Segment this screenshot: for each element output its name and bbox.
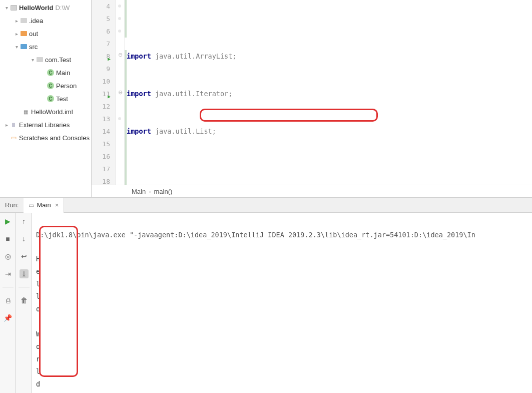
scratch-icon: ▭ (10, 134, 17, 141)
code-text: java.util.ArrayList; (151, 52, 237, 60)
console-line: o (36, 342, 528, 355)
scroll-down-button[interactable]: ↓ (20, 234, 29, 243)
tree-ext-lib[interactable]: ▸⫼External Libraries (0, 118, 91, 131)
highlight-box-for-loop (200, 109, 378, 122)
tree-project-path: D:\W (55, 4, 70, 12)
rerun-button[interactable]: ▶ (4, 217, 13, 226)
console-line: H (36, 255, 528, 267)
separator (19, 287, 30, 287)
run-tab-main[interactable]: ▭ Main × (24, 198, 64, 213)
console-line: r (36, 355, 528, 367)
console-line: l (36, 367, 528, 380)
separator (3, 287, 14, 287)
folder-icon (20, 30, 27, 37)
print-button[interactable]: ⎙ (4, 296, 13, 305)
breadcrumb[interactable]: Main › main() (92, 185, 532, 197)
tree-scratches[interactable]: ▭Scratches and Consoles (0, 131, 91, 144)
tree-project[interactable]: ▾HelloWorldD:\W (0, 1, 91, 14)
console-line: l (36, 280, 528, 292)
project-icon (10, 4, 17, 11)
tree-package[interactable]: ▾com.Test (0, 53, 91, 66)
breadcrumb-method[interactable]: main() (154, 188, 173, 195)
run-toolbar-left: ▶ ■ ◎ ⇥ ⎙ 📌 (0, 213, 16, 393)
tree-main-label: Main (56, 69, 70, 77)
console-line: o (36, 305, 528, 317)
tree-class-test[interactable]: CTest (0, 92, 91, 105)
snapshot-button[interactable]: ◎ (4, 252, 13, 261)
tree-ext-lib-label: External Libraries (19, 121, 70, 129)
class-icon: C (47, 82, 54, 89)
tree-class-main[interactable]: CMain (0, 66, 91, 79)
tree-iml[interactable]: ▦HelloWorld.iml (0, 105, 91, 118)
tree-out[interactable]: ▸out (0, 27, 91, 40)
pin-button[interactable]: 📌 (4, 313, 13, 322)
soft-wrap-button[interactable]: ↩ (20, 252, 29, 261)
tree-test-label: Test (56, 95, 68, 103)
highlight-box-output (39, 226, 78, 377)
console-line: e (36, 267, 528, 280)
breadcrumb-class[interactable]: Main (132, 188, 146, 195)
kw-import: import (127, 52, 151, 60)
close-icon[interactable]: × (55, 201, 59, 209)
tree-src[interactable]: ▾src (0, 40, 91, 53)
tree-class-person[interactable]: CPerson (0, 79, 91, 92)
run-tabbar: Run: ▭ Main × (0, 198, 532, 213)
tree-project-label: HelloWorld (19, 4, 53, 12)
tree-idea[interactable]: ▸.idea (0, 14, 91, 27)
trash-button[interactable]: 🗑 (20, 296, 29, 305)
tree-src-label: src (29, 43, 38, 51)
tree-scratches-label: Scratches and Consoles (19, 134, 90, 142)
tree-idea-label: .idea (29, 17, 43, 25)
tree-person-label: Person (56, 82, 77, 90)
code-editor[interactable]: 4567 8▶ 910 11▶ 12131415 161718 ⊖ ⊖ impo… (92, 0, 532, 185)
kw-import: import (127, 90, 151, 98)
run-label: Run: (0, 201, 24, 209)
run-tab-label: Main (37, 201, 51, 209)
run-toolbar-console: ↑ ↓ ↩ ⤓ 🗑 (16, 213, 32, 393)
tree-out-label: out (29, 30, 38, 38)
app-icon: ▭ (29, 202, 34, 209)
package-icon (36, 56, 43, 63)
console-line (36, 317, 528, 330)
code-text: java.util.Iterator; (151, 90, 233, 98)
project-tree[interactable]: ▾HelloWorldD:\W ▸.idea ▸out ▾src ▾com.Te… (0, 0, 92, 197)
iml-icon: ▦ (22, 108, 29, 115)
console-line: W (36, 330, 528, 342)
breadcrumb-sep: › (149, 188, 151, 195)
scroll-to-end-button[interactable]: ⤓ (20, 269, 29, 278)
console-line: d (36, 380, 528, 392)
console-line: l (36, 292, 528, 305)
console-output[interactable]: D:\jdk1.8\bin\java.exe "-javaagent:D:\id… (32, 213, 532, 393)
kw-import: import (127, 127, 151, 135)
line-gutter: 4567 8▶ 910 11▶ 12131415 161718 (92, 0, 116, 185)
fold-gutter[interactable]: ⊖ ⊖ (116, 0, 125, 185)
console-command: D:\jdk1.8\bin\java.exe "-javaagent:D:\id… (36, 231, 528, 239)
folder-icon (20, 17, 27, 24)
exit-button[interactable]: ⇥ (4, 269, 13, 278)
class-icon: C (47, 95, 54, 102)
tree-iml-label: HelloWorld.iml (31, 108, 73, 116)
scroll-up-button[interactable]: ↑ (20, 217, 29, 226)
stop-button[interactable]: ■ (4, 234, 13, 243)
tree-package-label: com.Test (45, 56, 71, 64)
src-folder-icon (20, 43, 27, 50)
code-text: java.util.List; (151, 127, 216, 135)
library-icon: ⫼ (10, 121, 17, 128)
class-icon: C (47, 69, 54, 76)
